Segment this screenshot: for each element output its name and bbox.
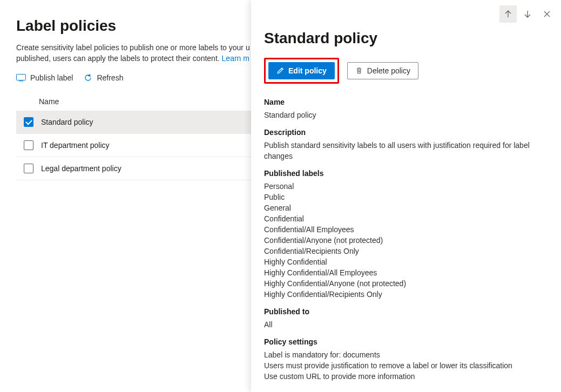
list-item: Highly Confidential: [264, 256, 550, 267]
panel-controls: [499, 5, 556, 23]
list-item: Highly Confidential/All Employees: [264, 267, 550, 278]
published-labels-label: Published labels: [264, 169, 550, 178]
up-arrow-button[interactable]: [499, 5, 517, 23]
list-item: Public: [264, 192, 550, 202]
name-value: Standard policy: [264, 110, 550, 120]
list-item: Confidential/All Employees: [264, 224, 550, 235]
policy-name-cell: Standard policy: [41, 118, 93, 126]
close-button[interactable]: [538, 5, 556, 23]
list-item: Highly Confidential/Recipients Only: [264, 289, 550, 300]
table-row[interactable]: IT department policy: [16, 134, 254, 157]
checkbox[interactable]: [24, 164, 33, 173]
svg-rect-1: [19, 81, 23, 82]
policy-name-cell: Legal department policy: [41, 164, 121, 173]
page-title: Label policies: [16, 17, 254, 35]
edit-icon: [276, 67, 284, 75]
desc-line1: Create sensitivity label policies to pub…: [16, 43, 250, 52]
page-description: Create sensitivity label policies to pub…: [16, 42, 254, 64]
list-item: General: [264, 202, 550, 213]
list-item: Use custom URL to provide more informati…: [264, 371, 550, 382]
policy-name-cell: IT department policy: [41, 141, 110, 150]
learn-more-link[interactable]: Learn m: [222, 54, 249, 63]
toolbar: Publish label Refresh: [16, 73, 254, 82]
name-label: Name: [264, 98, 550, 106]
action-row: Edit policy Delete policy: [264, 58, 550, 84]
edit-policy-button[interactable]: Edit policy: [268, 62, 335, 79]
highlight-frame: Edit policy: [264, 58, 339, 84]
table-row[interactable]: Legal department policy: [16, 157, 254, 180]
description-label: Description: [264, 128, 550, 137]
desc-line2: published, users can apply the labels to…: [16, 54, 222, 63]
publish-label-text: Publish label: [30, 73, 73, 82]
policy-list: Standard policy IT department policy Leg…: [16, 111, 254, 180]
published-labels-list: Personal Public General Confidential Con…: [264, 181, 550, 300]
refresh-button[interactable]: Refresh: [84, 73, 123, 82]
down-arrow-button[interactable]: [519, 5, 536, 23]
published-to-value: All: [264, 319, 550, 330]
policy-settings-label: Policy settings: [264, 337, 550, 346]
arrow-down-icon: [523, 10, 532, 18]
svg-rect-0: [17, 75, 26, 80]
list-item: Personal: [264, 181, 550, 192]
list-item: Highly Confidential/Anyone (not protecte…: [264, 278, 550, 289]
close-icon: [543, 10, 551, 18]
list-item: Confidential/Anyone (not protected): [264, 235, 550, 246]
publish-label-button[interactable]: Publish label: [16, 73, 73, 82]
list-item: Label is mandatory for: documents: [264, 349, 550, 360]
delete-policy-button[interactable]: Delete policy: [347, 62, 418, 79]
published-to-label: Published to: [264, 307, 550, 316]
checkbox[interactable]: [24, 140, 33, 150]
refresh-icon: [84, 73, 92, 82]
edit-btn-text: Edit policy: [288, 66, 327, 75]
trash-icon: [355, 67, 363, 75]
arrow-up-icon: [504, 10, 512, 18]
list-item: Users must provide justification to remo…: [264, 360, 550, 371]
table-header-name[interactable]: Name: [16, 93, 254, 111]
description-value: Publish standard sensitivity labels to a…: [264, 140, 550, 161]
list-item: Confidential: [264, 213, 550, 224]
publish-icon: [16, 74, 26, 82]
table-row[interactable]: Standard policy: [16, 111, 254, 134]
delete-btn-text: Delete policy: [367, 66, 410, 75]
detail-panel: Standard policy Edit policy Delete polic…: [251, 0, 561, 392]
list-item: Confidential/Recipients Only: [264, 246, 550, 256]
checkbox[interactable]: [24, 117, 33, 127]
detail-title: Standard policy: [264, 30, 550, 47]
policy-settings-list: Label is mandatory for: documents Users …: [264, 349, 550, 382]
refresh-text: Refresh: [97, 73, 123, 82]
